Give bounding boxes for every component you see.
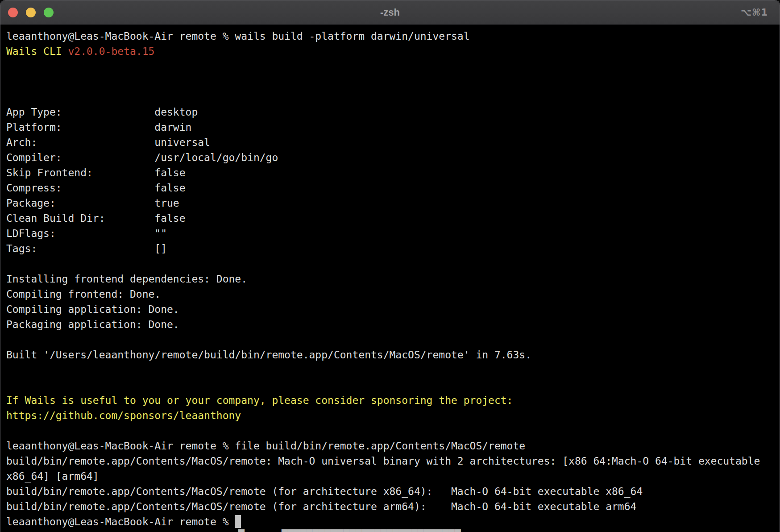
text-segment: Platform: darwin: [6, 121, 191, 133]
zoom-button[interactable]: [44, 8, 54, 17]
terminal-line: Arch: universal: [6, 135, 780, 150]
terminal-output[interactable]: leaanthony@Leas-MacBook-Air remote % wai…: [0, 25, 780, 532]
terminal-line: build/bin/remote.app/Contents/MacOS/remo…: [6, 499, 780, 514]
terminal-line: [6, 378, 780, 393]
terminal-line: App Type: desktop: [6, 104, 780, 120]
text-segment: LDFlags: "": [6, 228, 167, 239]
text-segment: build/bin/remote.app/Contents/MacOS/remo…: [6, 455, 760, 467]
minimize-button[interactable]: [26, 8, 36, 17]
text-segment: Compiling application: Done.: [6, 303, 179, 315]
terminal-line: x86_64] [arm64]: [6, 469, 780, 484]
terminal-line: leaanthony@Leas-MacBook-Air remote % wai…: [6, 29, 780, 44]
terminal-line: Wails CLI v2.0.0-beta.15: [6, 44, 780, 59]
terminal-line: [6, 74, 780, 89]
text-segment: Skip Frontend: false: [6, 167, 186, 179]
text-segment: Compress: false: [6, 182, 186, 194]
terminal-line: Tags: []: [6, 241, 780, 256]
window-title: -zsh: [0, 0, 780, 25]
text-segment: Tags: []: [6, 243, 167, 254]
terminal-line: Installing frontend dependencies: Done.: [6, 271, 780, 287]
text-segment: leaanthony@Leas-MacBook-Air remote %: [6, 516, 235, 528]
terminal-line: [6, 256, 780, 271]
terminal-line: leaanthony@Leas-MacBook-Air remote %: [6, 514, 780, 529]
terminal-cursor: [235, 515, 241, 528]
text-segment: build/bin/remote.app/Contents/MacOS/remo…: [6, 501, 636, 512]
terminal-line: Clean Build Dir: false: [6, 211, 780, 226]
window-shortcut-badge: ⌥⌘1: [741, 0, 768, 25]
traffic-lights: [0, 8, 54, 17]
terminal-line: Platform: darwin: [6, 120, 780, 135]
text-segment: If Wails is useful to you or your compan…: [6, 395, 513, 406]
text-segment: App Type: desktop: [6, 106, 198, 118]
terminal-line: [6, 332, 780, 347]
terminal-line: Compiler: /usr/local/go/bin/go: [6, 150, 780, 165]
terminal-line: Compiling frontend: Done.: [6, 287, 780, 302]
terminal-line: [6, 423, 780, 438]
terminal-line: LDFlags: "": [6, 226, 780, 241]
text-segment: Package: true: [6, 197, 179, 209]
text-segment: Compiling frontend: Done.: [6, 288, 161, 300]
titlebar[interactable]: -zsh ⌥⌘1: [0, 0, 780, 25]
text-segment: Clean Build Dir: false: [6, 212, 186, 224]
terminal-line: If Wails is useful to you or your compan…: [6, 393, 780, 408]
terminal-line: build/bin/remote.app/Contents/MacOS/remo…: [6, 453, 780, 469]
terminal-line: Built '/Users/leaanthony/remote/build/bi…: [6, 347, 780, 362]
terminal-line: https://github.com/sponsors/leaanthony: [6, 408, 780, 423]
text-segment: build/bin/remote.app/Contents/MacOS/remo…: [6, 486, 643, 497]
text-segment: https://github.com/sponsors/leaanthony: [6, 410, 241, 421]
terminal-line: leaanthony@Leas-MacBook-Air remote % fil…: [6, 438, 780, 453]
terminal-line: Compress: false: [6, 180, 780, 195]
terminal-line: [6, 89, 780, 104]
terminal-line: build/bin/remote.app/Contents/MacOS/remo…: [6, 484, 780, 499]
text-segment: Built '/Users/leaanthony/remote/build/bi…: [6, 349, 531, 361]
text-segment: Compiler: /usr/local/go/bin/go: [6, 152, 278, 163]
terminal-line: Packaging application: Done.: [6, 317, 780, 332]
text-segment: Installing frontend dependencies: Done.: [6, 273, 247, 285]
terminal-line: Compiling application: Done.: [6, 302, 780, 317]
text-segment: Arch: universal: [6, 137, 210, 148]
text-segment: Packaging application: Done.: [6, 319, 179, 330]
text-segment: x86_64] [arm64]: [6, 470, 99, 482]
close-button[interactable]: [8, 8, 18, 17]
text-segment: v2.0.0-beta.15: [68, 46, 154, 57]
text-segment: leaanthony@Leas-MacBook-Air remote % fil…: [6, 440, 525, 452]
terminal-line: [6, 362, 780, 378]
text-segment: leaanthony@Leas-MacBook-Air remote % wai…: [6, 30, 470, 42]
clipped-bottom-line: █ █████████████████████████████: [238, 529, 461, 532]
terminal-line: Skip Frontend: false: [6, 165, 780, 180]
terminal-window: -zsh ⌥⌘1 leaanthony@Leas-MacBook-Air rem…: [0, 0, 780, 532]
terminal-line: Package: true: [6, 195, 780, 211]
terminal-line: [6, 59, 780, 74]
text-segment: Wails CLI: [6, 46, 68, 57]
